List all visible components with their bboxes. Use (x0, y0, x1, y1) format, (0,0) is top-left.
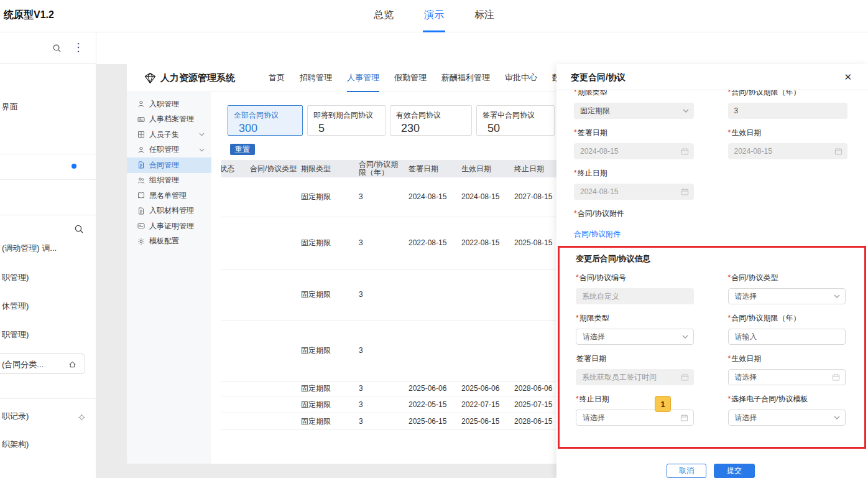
sidebar-item-2[interactable]: 休管理) (2, 301, 29, 312)
stat-card-expiring[interactable]: 即将到期合同协议 5 (307, 105, 386, 136)
effective-date-picker-new[interactable]: 请选择 (728, 369, 846, 385)
stat-card-all-contracts[interactable]: 全部合同协议 300 (228, 105, 303, 136)
sidebar-item-interface[interactable]: 界面 (2, 101, 18, 113)
table-row[interactable]: 固定期限3 (221, 321, 570, 382)
term-type-select-new[interactable]: 请选择 (576, 329, 694, 345)
tab-demo[interactable]: 演示 (423, 0, 445, 32)
id-card-icon (137, 116, 145, 123)
cell (246, 269, 297, 320)
sidebar-item-1[interactable]: 职管理) (2, 272, 29, 283)
field-label: 签署日期 (576, 354, 694, 364)
field-template: *选择电子合同/协议模板 请选择 (728, 394, 846, 426)
menu-organization[interactable]: 组织管理 (127, 173, 211, 189)
menu-label: 人事档案管理 (149, 114, 194, 124)
stat-card-valid[interactable]: 有效合同协议 230 (390, 105, 472, 136)
nav-attendance[interactable]: 假勤管理 (394, 64, 427, 92)
menu-label: 人员子集 (149, 129, 179, 140)
required-asterisk: * (728, 314, 731, 322)
cell: 2025-06-15 (405, 413, 458, 429)
cell: 3 (355, 269, 405, 320)
nav-home[interactable]: 首页 (269, 64, 285, 92)
file-icon (137, 161, 145, 169)
field-label: *期限类型 (574, 90, 694, 98)
cell (246, 396, 297, 413)
label-text: 选择电子合同/协议模板 (731, 395, 808, 403)
stat-label: 全部合同协议 (234, 110, 302, 121)
calendar-icon (834, 148, 843, 156)
field-end-date: *终止日期 2024-08-15 (574, 168, 694, 200)
sidebar-item-contract-category[interactable]: (合同分类... (0, 354, 85, 374)
menu-label: 模板配置 (149, 236, 179, 246)
menu-person-subset[interactable]: 人员子集 (127, 127, 211, 143)
stat-value: 300 (239, 122, 302, 135)
cell: 3 (355, 217, 405, 269)
topbar-tabs: 总览 演示 标注 (0, 0, 868, 32)
chevron-down-icon (199, 148, 205, 152)
cell: 2024-08-15 (405, 177, 458, 217)
kebab-menu-icon[interactable]: ⋮ (73, 40, 84, 54)
field-label: *合同/协议编号 (576, 273, 694, 283)
close-icon[interactable]: ✕ (844, 72, 852, 83)
people-icon (137, 177, 145, 184)
table-row[interactable]: 固定期限32022-08-152022-08-152025-08-15 (221, 217, 570, 269)
template-select[interactable]: 请选择 (728, 410, 846, 426)
table-row[interactable]: 固定期限32025-06-152025-06-152028-06-15 (221, 413, 570, 430)
sidebar-item-records[interactable]: 职记录) (2, 411, 29, 422)
logo-gem-icon (144, 72, 156, 87)
cell-status (221, 382, 246, 396)
change-contract-drawer: 变更合同/协议 ✕ *期限类型 固定期限 *合同/协议期限（年） 3 *签署日期… (556, 64, 868, 478)
table-row[interactable]: 固定期限32022-05-152022-07-152025-07-15 (221, 396, 570, 413)
term-type-select[interactable]: 固定期限 (574, 103, 694, 119)
cancel-button[interactable]: 取消 (667, 464, 706, 478)
menu-hr-certificates[interactable]: 人事证明管理 (127, 218, 211, 234)
contract-years-text-input[interactable] (735, 332, 831, 341)
cell: 3 (355, 382, 405, 396)
contract-years-input-new[interactable] (728, 329, 846, 345)
gear-icon (137, 238, 145, 245)
sign-date-picker[interactable]: 2024-08-15 (574, 143, 694, 159)
reset-button[interactable]: 重置 (230, 144, 255, 155)
menu-blacklist[interactable]: 黑名单管理 (127, 188, 211, 204)
end-date-picker-new[interactable]: 请选择 (576, 410, 694, 426)
cell (405, 269, 458, 320)
menu-onboarding-materials[interactable]: 入职材料管理 (127, 204, 211, 219)
search-icon[interactable] (52, 44, 62, 55)
sidebar-item-org[interactable]: 织架构) (2, 439, 29, 450)
book-icon (137, 192, 145, 199)
nav-recruit[interactable]: 招聘管理 (300, 64, 332, 92)
effective-date-picker[interactable]: 2024-08-15 (728, 143, 848, 159)
menu-template-config[interactable]: 模板配置 (127, 234, 211, 250)
contract-years-input[interactable]: 3 (728, 103, 848, 119)
menu-contract[interactable]: 合同管理 (127, 157, 211, 173)
chevron-down-icon (199, 133, 205, 136)
field-label: *生效日期 (728, 128, 848, 138)
stat-value: 5 (318, 122, 385, 135)
contract-no-input[interactable]: 系统自定义 (576, 288, 694, 304)
menu-onboarding[interactable]: 入职管理 (127, 96, 211, 112)
sign-date-picker-new[interactable]: 系统获取员工签订时间 (576, 369, 694, 385)
header-effective-date: 生效日期 (458, 160, 510, 177)
annotation-badge-1[interactable]: 1 (655, 396, 671, 412)
nav-hr[interactable]: 人事管理 (347, 64, 379, 92)
menu-employment[interactable]: 任职管理 (127, 143, 211, 158)
stat-label: 即将到期合同协议 (313, 110, 385, 121)
attachment-link[interactable]: 合同/协议附件 (574, 229, 621, 240)
tab-overview[interactable]: 总览 (372, 0, 395, 32)
search-icon[interactable] (74, 224, 84, 237)
cell: 固定期限 (297, 177, 355, 217)
table-row[interactable]: 固定期限32025-06-062025-06-062028-06-06 (221, 382, 570, 396)
sidebar-item-3[interactable]: 职管理) (2, 329, 29, 340)
submit-button[interactable]: 提交 (714, 464, 755, 478)
contract-type-select[interactable]: 请选择 (728, 288, 846, 304)
stat-card-signing[interactable]: 签署中合同协议 50 (476, 105, 555, 136)
menu-label: 人事证明管理 (149, 221, 194, 232)
menu-hr-files[interactable]: 人事档案管理 (127, 112, 211, 128)
table-row[interactable]: 固定期限3 (221, 269, 570, 321)
sidebar-item-transfer[interactable]: (调动管理) 调... (2, 243, 57, 254)
end-date-picker[interactable]: 2024-08-15 (574, 184, 694, 200)
contracts-table: 状态 合同/协议类型 期限类型 合同/协议期限（年） 签署日期 生效日期 终止日… (221, 160, 570, 430)
table-row[interactable]: 固定期限32024-08-152024-08-152027-08-15 (221, 177, 570, 217)
nav-approval[interactable]: 审批中心 (505, 64, 537, 92)
tab-annotate[interactable]: 标注 (473, 0, 496, 32)
nav-payroll[interactable]: 薪酬福利管理 (441, 64, 490, 92)
